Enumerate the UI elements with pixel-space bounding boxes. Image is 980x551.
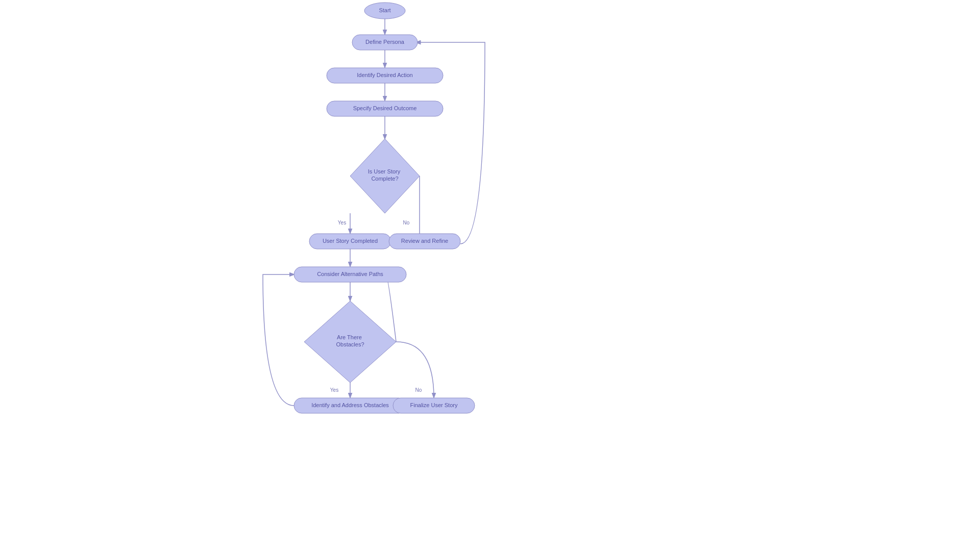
no-label-2: No (415, 387, 422, 393)
identify-desired-action-label: Identify Desired Action (357, 72, 412, 78)
consider-alternative-paths-label: Consider Alternative Paths (317, 271, 383, 277)
no-label-1: No (403, 220, 410, 226)
arrow-obstacles-curve-right (386, 274, 396, 342)
specify-desired-outcome-label: Specify Desired Outcome (353, 105, 417, 111)
define-persona-label: Define Persona (365, 39, 405, 45)
finalize-user-story-label: Finalize User Story (410, 402, 458, 408)
identify-address-obstacles-label: Identify and Address Obstacles (311, 402, 389, 408)
user-story-completed-label: User Story Completed (323, 238, 378, 244)
yes-label-1: Yes (338, 220, 346, 226)
arrow-obstacles-back-to-alternative (263, 274, 295, 406)
review-and-refine-label: Review and Refine (401, 238, 448, 244)
start-node-label: Start (379, 7, 390, 13)
yes-label-2: Yes (330, 387, 338, 393)
